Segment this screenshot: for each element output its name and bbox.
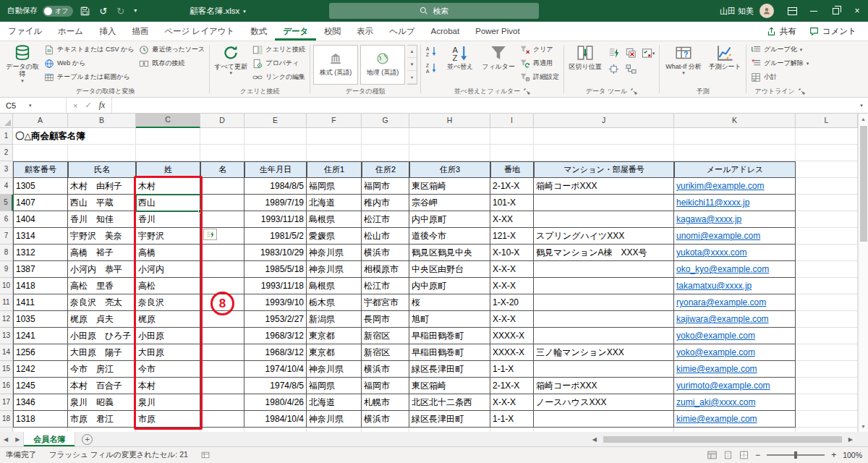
cell-G5[interactable]: 稚内市 — [362, 195, 409, 211]
cell-C2[interactable] — [136, 145, 200, 161]
cell-L10[interactable] — [796, 278, 858, 294]
cell-B11[interactable]: 奈良沢 亮太 — [68, 294, 136, 311]
cell-J15[interactable] — [534, 361, 674, 378]
forecast-sheet-button[interactable]: 予測シート — [707, 43, 743, 70]
cell-J4[interactable]: 箱崎コーポXXX — [534, 178, 674, 195]
column-header-L[interactable]: L — [796, 114, 858, 128]
row-header-5[interactable]: 5 — [0, 195, 13, 211]
cell-D16[interactable] — [200, 378, 244, 394]
cell-L13[interactable] — [796, 328, 858, 344]
cell-I16[interactable]: 2-1X-X — [490, 378, 534, 394]
cell-L5[interactable] — [796, 195, 858, 211]
column-header-E[interactable]: E — [244, 114, 307, 128]
cell-L2[interactable] — [796, 145, 858, 161]
remove-duplicates-button[interactable] — [623, 46, 639, 60]
enter-entry-button[interactable]: ✓ — [85, 101, 91, 110]
cell-E12[interactable]: 1953/2/27 — [244, 311, 307, 328]
row-header-17[interactable]: 17 — [0, 394, 13, 411]
autosave-toggle[interactable]: オフ — [43, 6, 73, 17]
restore-button[interactable] — [825, 0, 846, 22]
sheet-tab-active[interactable]: 会員名簿 — [23, 432, 75, 446]
cell-A2[interactable] — [13, 145, 68, 161]
cell-J18[interactable] — [534, 411, 674, 428]
stocks-tile[interactable]: 株式 (英語) — [313, 45, 358, 85]
cell-E8[interactable]: 1983/10/29 — [244, 245, 307, 261]
cell-J17[interactable]: ノースハウスXXX — [534, 394, 674, 411]
cell-G11[interactable]: 宇都宮市 — [362, 294, 409, 311]
gallery-up-button[interactable]: ▲ — [407, 46, 417, 59]
cell-K10[interactable]: takamatxu@xxxx.jp — [674, 278, 796, 294]
cell-K1[interactable] — [674, 128, 796, 145]
horizontal-scrollbar[interactable]: ◀ ▶ — [589, 432, 868, 446]
sheet-nav-left-icon[interactable]: ◀ — [0, 432, 12, 446]
ribbon-tab-表示[interactable]: 表示 — [349, 22, 381, 41]
cell-K18[interactable]: kimie@example.com — [674, 411, 796, 428]
zoom-out-button[interactable]: − — [755, 450, 760, 460]
cell-D1[interactable] — [200, 128, 244, 145]
share-button[interactable]: 共有 — [767, 26, 796, 37]
clear-filter-button[interactable]: クリア — [519, 43, 561, 56]
hscroll-right-button[interactable]: ▶ — [845, 436, 856, 443]
cell-F9[interactable]: 神奈川県 — [307, 261, 362, 278]
cell-G10[interactable]: 松江市 — [362, 278, 409, 294]
avatar[interactable] — [760, 4, 774, 18]
column-header-H[interactable]: H — [409, 114, 490, 128]
cell-K12[interactable]: kajiwara@example.com — [674, 311, 796, 328]
cell-D8[interactable] — [200, 245, 244, 261]
ribbon-tab-Acrobat[interactable]: Acrobat — [423, 22, 468, 41]
cell-D9[interactable] — [200, 261, 244, 278]
cell-B10[interactable]: 高松 里香 — [68, 278, 136, 294]
cell-J16[interactable]: 箱崎コーポXXX — [534, 378, 674, 394]
advanced-filter-button[interactable]: 詳細設定 — [519, 70, 561, 84]
cell-F7[interactable]: 愛媛県 — [307, 228, 362, 245]
row-header-12[interactable]: 12 — [0, 311, 13, 328]
cell-B12[interactable]: 梶原 貞夫 — [68, 311, 136, 328]
reapply-filter-button[interactable]: 再適用 — [519, 56, 561, 70]
cell-G8[interactable]: 横浜市 — [362, 245, 409, 261]
cell-A4[interactable]: 1305 — [13, 178, 68, 195]
cell-G1[interactable] — [362, 128, 409, 145]
cell-H1[interactable] — [409, 128, 490, 145]
column-header-K[interactable]: K — [674, 114, 796, 128]
cell-L14[interactable] — [796, 344, 858, 361]
row-header-4[interactable]: 4 — [0, 178, 13, 195]
cell-F19[interactable] — [307, 428, 362, 432]
cell-K6[interactable]: kagawa@xxxx.jp — [674, 211, 796, 228]
cell-F4[interactable]: 福岡県 — [307, 178, 362, 195]
dialog-launcher-icon[interactable] — [631, 88, 637, 95]
cell-K9[interactable]: oko_kyo@example.com — [674, 261, 796, 278]
cell-L6[interactable] — [796, 211, 858, 228]
cell-B19[interactable] — [68, 428, 136, 432]
cell-L9[interactable] — [796, 261, 858, 278]
cell-L16[interactable] — [796, 378, 858, 394]
cell-B18[interactable]: 市原 君江 — [68, 411, 136, 428]
view-page-break-button[interactable] — [739, 451, 749, 459]
cell-F14[interactable]: 東京都 — [307, 344, 362, 361]
cell-H9[interactable]: 中央区由野台 — [409, 261, 490, 278]
cell-A5[interactable]: 1407 — [13, 195, 68, 211]
existing-connections-button[interactable]: 既存の接続 — [137, 56, 206, 70]
cell-J11[interactable] — [534, 294, 674, 311]
cell-D19[interactable] — [200, 428, 244, 432]
cell-I6[interactable]: X-XX — [490, 211, 534, 228]
cell-L4[interactable] — [796, 178, 858, 195]
cell-E7[interactable]: 1981/5/2 — [244, 228, 307, 245]
close-button[interactable]: × — [846, 0, 868, 22]
cell-J14[interactable]: 三ノ輪マンションXXX — [534, 344, 674, 361]
row-header-2[interactable]: 2 — [0, 145, 13, 161]
row-header-3[interactable]: 3 — [0, 161, 13, 178]
cell-A9[interactable]: 1387 — [13, 261, 68, 278]
user-name[interactable]: 山田 知美 — [720, 6, 754, 17]
cell-E19[interactable] — [244, 428, 307, 432]
cell-I5[interactable]: 101-X — [490, 195, 534, 211]
column-header-A[interactable]: A — [13, 114, 68, 128]
cancel-entry-button[interactable]: × — [73, 101, 77, 110]
cell-B15[interactable]: 今市 房江 — [68, 361, 136, 378]
cell-E16[interactable]: 1974/8/5 — [244, 378, 307, 394]
cell-B3[interactable]: 氏名 — [68, 161, 136, 178]
cell-L3[interactable] — [796, 161, 858, 178]
minimize-button[interactable] — [803, 0, 825, 22]
dialog-launcher-icon[interactable] — [799, 88, 805, 95]
ribbon-tab-ヘルプ[interactable]: ヘルプ — [381, 22, 422, 41]
cell-E14[interactable]: 1968/3/12 — [244, 344, 307, 361]
